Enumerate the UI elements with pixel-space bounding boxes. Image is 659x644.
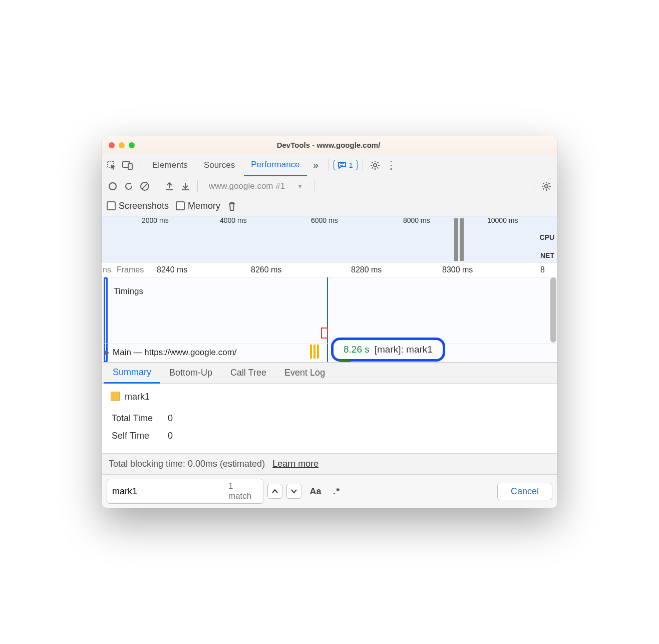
record-button[interactable] — [106, 179, 120, 193]
tab-event-log[interactable]: Event Log — [275, 363, 334, 383]
total-time-value: 0 — [168, 410, 187, 427]
search-bar: 1 match Aa .* Cancel — [102, 474, 557, 508]
summary-panel: mark1 Total Time0 Self Time0 — [102, 384, 557, 453]
recording-select[interactable]: www.google.com #1 ▼ — [203, 181, 309, 191]
flame-chart[interactable]: Timings ▶ Main — https://www.google.com/… — [102, 277, 557, 363]
svg-point-5 — [374, 163, 377, 166]
flame-tick: 8280 ms — [351, 265, 382, 274]
overview-tick: 2000 ms — [142, 216, 169, 224]
svg-line-10 — [372, 162, 373, 163]
clear-button[interactable] — [138, 179, 152, 193]
device-toggle-icon[interactable] — [121, 158, 135, 172]
overview-tick: 8000 ms — [403, 216, 430, 224]
mark-tooltip: 8.26 s [mark]: mark1 — [331, 338, 445, 362]
svg-rect-2 — [128, 164, 132, 169]
search-cancel-button[interactable]: Cancel — [497, 483, 552, 500]
upload-button[interactable] — [162, 179, 176, 193]
devtools-tabs: Elements Sources Performance » 1 ⋮ — [102, 154, 557, 176]
flame-tick: 8240 ms — [157, 265, 187, 274]
self-time-label: Self Time — [112, 428, 167, 444]
tab-elements[interactable]: Elements — [145, 154, 195, 176]
svg-line-24 — [548, 188, 549, 189]
svg-line-23 — [543, 183, 544, 184]
overview-tick: 4000 ms — [220, 216, 247, 224]
console-badge-count: 1 — [349, 161, 353, 169]
svg-line-15 — [142, 183, 148, 189]
expand-caret-icon: ▶ — [105, 349, 110, 356]
perf-toolbar: www.google.com #1 ▼ — [102, 176, 557, 196]
mark-time: 8.26 s — [344, 344, 370, 355]
tab-call-tree[interactable]: Call Tree — [221, 363, 275, 383]
screenshots-label: Screenshots — [119, 201, 169, 211]
blocking-footer: Total blocking time: 0.00ms (estimated) … — [102, 453, 557, 474]
mark-label: [mark]: mark1 — [375, 344, 433, 355]
chevron-down-icon — [290, 489, 297, 494]
svg-point-18 — [545, 184, 548, 187]
settings-icon[interactable] — [368, 158, 382, 172]
search-next-button[interactable] — [286, 484, 301, 499]
memory-checkbox[interactable]: Memory — [176, 201, 220, 211]
close-window-button[interactable] — [109, 142, 115, 148]
scrollbar-thumb[interactable] — [550, 277, 556, 343]
summary-name: mark1 — [125, 392, 150, 402]
more-tabs-icon[interactable]: » — [309, 158, 323, 172]
overview-net-label: NET — [540, 251, 554, 259]
match-case-toggle[interactable]: Aa — [305, 484, 325, 499]
flame-header: ns Frames 8240 ms 8260 ms 8280 ms 8300 m… — [102, 262, 557, 277]
reload-button[interactable] — [122, 179, 136, 193]
inspect-icon[interactable] — [105, 158, 119, 172]
overview-tick: 10000 ms — [487, 216, 518, 224]
svg-line-26 — [548, 183, 549, 184]
tab-bottom-up[interactable]: Bottom-Up — [160, 363, 221, 383]
tab-summary[interactable]: Summary — [104, 363, 160, 384]
message-icon — [338, 162, 346, 169]
blocking-text: Total blocking time: 0.00ms (estimated) — [109, 459, 265, 469]
flame-tick: 8260 ms — [251, 265, 281, 274]
svg-line-13 — [377, 162, 378, 163]
regex-toggle[interactable]: .* — [329, 484, 343, 499]
memory-label: Memory — [188, 201, 220, 211]
garbage-collect-icon[interactable] — [227, 201, 236, 211]
self-time-value: 0 — [168, 428, 187, 444]
svg-line-25 — [543, 188, 544, 189]
tab-sources[interactable]: Sources — [197, 154, 242, 176]
tab-performance[interactable]: Performance — [244, 155, 306, 176]
window-controls — [109, 142, 135, 148]
details-tabs: Summary Bottom-Up Call Tree Event Log — [102, 363, 557, 384]
chevron-up-icon — [271, 489, 278, 494]
timing-marker — [321, 328, 328, 339]
learn-more-link[interactable]: Learn more — [272, 459, 318, 469]
search-field[interactable]: 1 match — [107, 479, 263, 504]
recording-select-label: www.google.com #1 — [209, 181, 285, 191]
kebab-menu-icon[interactable]: ⋮ — [384, 158, 398, 172]
minimize-window-button[interactable] — [119, 142, 125, 148]
overview-cpu-label: CPU — [539, 233, 554, 241]
screenshots-checkbox[interactable]: Screenshots — [107, 201, 169, 211]
color-swatch — [111, 392, 120, 401]
frames-label: Frames — [117, 265, 144, 274]
main-thread-row[interactable]: ▶ Main — https://www.google.com/ — [102, 344, 557, 361]
dropdown-triangle-icon: ▼ — [297, 183, 303, 190]
overview-handles[interactable] — [454, 218, 474, 261]
main-thread-label: Main — https://www.google.com/ — [113, 348, 237, 358]
capture-settings-icon[interactable] — [539, 179, 553, 193]
svg-line-12 — [372, 167, 373, 168]
timeline-overview[interactable]: 2000 ms 4000 ms 6000 ms 8000 ms 10000 ms… — [102, 216, 557, 262]
maximize-window-button[interactable] — [129, 142, 135, 148]
ns-trunc: ns — [103, 265, 111, 274]
flame-tick: 8 — [540, 265, 545, 274]
flame-tick: 8300 ms — [442, 265, 473, 274]
search-match-count: 1 match — [228, 481, 258, 501]
mark-indicator — [340, 360, 351, 363]
timings-label: Timings — [114, 286, 143, 296]
download-button[interactable] — [178, 179, 192, 193]
window-title: DevTools - www.google.com/ — [135, 141, 522, 149]
titlebar: DevTools - www.google.com/ — [102, 136, 557, 154]
capture-options: Screenshots Memory — [102, 196, 557, 216]
search-input[interactable] — [112, 486, 228, 497]
console-badge[interactable]: 1 — [334, 160, 358, 170]
search-prev-button[interactable] — [267, 484, 282, 499]
total-time-label: Total Time — [112, 410, 167, 427]
devtools-window: DevTools - www.google.com/ Elements Sour… — [102, 136, 557, 508]
svg-line-11 — [377, 167, 378, 168]
